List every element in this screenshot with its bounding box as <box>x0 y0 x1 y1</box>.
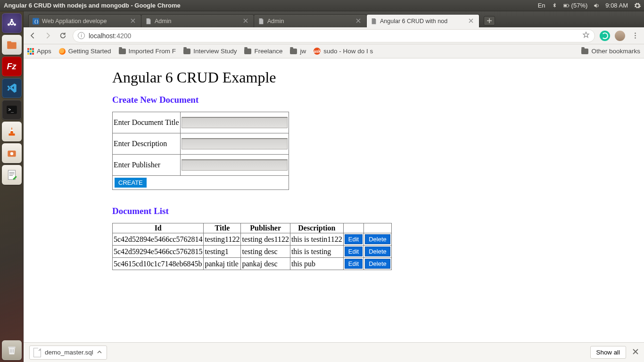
create-heading: Create New Document <box>112 95 555 105</box>
close-icon[interactable] <box>243 18 250 25</box>
col-description: Description <box>290 223 343 233</box>
folder-icon <box>581 49 588 54</box>
keyboard-indicator[interactable]: En <box>538 2 545 9</box>
create-button[interactable]: CREATE <box>115 178 147 188</box>
page-viewport[interactable]: Angular 6 CRUD Example Create New Docume… <box>24 58 644 342</box>
edit-button[interactable]: Edit <box>345 234 363 244</box>
edit-button[interactable]: Edit <box>345 259 363 269</box>
close-icon[interactable] <box>131 18 137 25</box>
battery-indicator[interactable]: (57%) <box>563 2 588 9</box>
svg-point-16 <box>10 152 13 156</box>
col-publisher: Publisher <box>241 223 290 233</box>
forward-button[interactable] <box>42 31 53 41</box>
launcher-trash-icon[interactable] <box>2 340 22 360</box>
new-tab-button[interactable] <box>484 16 495 25</box>
close-icon[interactable] <box>469 18 475 25</box>
launcher-texteditor-icon[interactable] <box>2 165 22 185</box>
svg-rect-1 <box>569 5 569 6</box>
bookmark-freelance[interactable]: Freelance <box>244 48 282 55</box>
launcher-vscode-icon[interactable] <box>2 78 22 98</box>
page-icon <box>258 18 264 25</box>
close-icon[interactable] <box>633 349 638 356</box>
input-desc[interactable] <box>182 138 288 149</box>
downloads-bar: demo_master.sql Show all <box>24 342 644 362</box>
table-row: 5c42d59294e5466cc5762815testing1testing … <box>113 246 392 258</box>
grammarly-icon[interactable] <box>600 31 610 41</box>
launcher-screenshot-icon[interactable] <box>2 143 22 163</box>
chevron-up-icon[interactable] <box>97 349 102 356</box>
cell-id: 5c42d59294e5466cc5762815 <box>113 246 204 258</box>
svg-rect-2 <box>564 5 567 7</box>
folder-icon <box>244 49 251 54</box>
profile-avatar-icon[interactable] <box>615 31 625 41</box>
brackets-icon: {} <box>33 18 39 25</box>
show-all-downloads-button[interactable]: Show all <box>590 346 626 359</box>
launcher-terminal-icon[interactable]: >_ <box>2 100 22 120</box>
tab-webapp[interactable]: {} Web Appliation develope <box>28 14 141 27</box>
delete-button[interactable]: Delete <box>365 234 390 244</box>
download-chip[interactable]: demo_master.sql <box>29 346 107 360</box>
delete-button[interactable]: Delete <box>365 247 390 256</box>
page-icon <box>371 18 377 25</box>
address-bar[interactable]: i localhost:4200 <box>73 29 595 42</box>
volume-icon[interactable] <box>593 2 600 9</box>
svg-rect-18 <box>8 346 15 348</box>
clock[interactable]: 9:08 AM <box>605 2 628 9</box>
bookmark-star-icon[interactable] <box>582 31 590 40</box>
svg-rect-11 <box>7 41 11 43</box>
cell-id: 5c4615cd10c1c7148eb6845b <box>113 258 204 270</box>
svg-point-22 <box>635 35 636 36</box>
bookmark-getting-started[interactable]: Getting Started <box>59 48 111 55</box>
close-icon[interactable] <box>356 18 363 25</box>
cell-id: 5c42d52894e5466cc5762814 <box>113 233 204 246</box>
table-row: 5c4615cd10c1c7148eb6845bpankaj titlepank… <box>113 258 392 270</box>
page-heading: Angular 6 CRUD Example <box>112 69 555 86</box>
tab-admin-2[interactable]: Admin <box>254 14 367 27</box>
tab-admin-1[interactable]: Admin <box>141 14 254 27</box>
svg-text:>_: >_ <box>8 107 14 113</box>
bookmark-jw[interactable]: jw <box>290 48 306 55</box>
url-text: localhost:4200 <box>89 32 131 40</box>
page-icon <box>145 18 152 25</box>
svg-point-21 <box>635 33 636 34</box>
cell-publisher: testing desc <box>241 246 290 258</box>
cell-publisher: pankaj desc <box>241 258 290 270</box>
svg-point-6 <box>10 22 13 25</box>
col-title: Title <box>204 223 241 233</box>
system-gear-icon[interactable] <box>634 2 641 9</box>
firefox-icon <box>59 48 66 55</box>
file-icon <box>33 348 41 357</box>
svg-text:{}: {} <box>34 19 39 24</box>
download-filename: demo_master.sql <box>45 349 93 356</box>
bluetooth-icon[interactable] <box>551 2 558 9</box>
apps-shortcut[interactable]: Apps <box>27 48 51 55</box>
launcher-filezilla-icon[interactable]: Fz <box>2 57 22 76</box>
site-info-icon[interactable]: i <box>78 32 85 39</box>
svg-point-4 <box>8 24 10 26</box>
other-bookmarks[interactable]: Other bookmarks <box>581 48 640 55</box>
svg-point-3 <box>10 19 13 21</box>
bookmark-imported[interactable]: Imported From F <box>119 48 176 55</box>
label-pub: Enter Publisher <box>113 155 181 176</box>
folder-icon <box>183 49 190 54</box>
input-pub[interactable] <box>182 159 288 171</box>
bookmark-interview[interactable]: Interview Study <box>183 48 237 55</box>
chrome-menu-icon[interactable] <box>630 31 640 41</box>
reload-button[interactable] <box>58 31 68 41</box>
launcher-dash-icon[interactable] <box>2 13 22 33</box>
launcher-vlc-icon[interactable] <box>2 122 22 141</box>
create-form: Enter Document Title Enter Description E… <box>112 112 289 190</box>
bookmark-sudo[interactable]: asksudo - How do I s <box>314 48 373 55</box>
cell-title: testing1 <box>204 246 241 258</box>
tab-angular-crud[interactable]: Angular 6 CRUD with nod <box>366 14 479 27</box>
back-button[interactable] <box>27 31 38 41</box>
tab-strip: {} Web Appliation develope Admin Admin A… <box>24 11 644 27</box>
launcher-files-icon[interactable] <box>2 35 22 55</box>
page-content: Angular 6 CRUD Example Create New Docume… <box>107 58 560 280</box>
edit-button[interactable]: Edit <box>345 247 363 256</box>
folder-icon <box>119 49 126 54</box>
delete-button[interactable]: Delete <box>365 259 390 269</box>
input-title[interactable] <box>182 117 288 128</box>
table-row: 5c42d52894e5466cc5762814testing1122testi… <box>113 233 392 246</box>
ubuntu-menubar: Angular 6 CRUD with nodejs and mongodb -… <box>0 0 644 11</box>
